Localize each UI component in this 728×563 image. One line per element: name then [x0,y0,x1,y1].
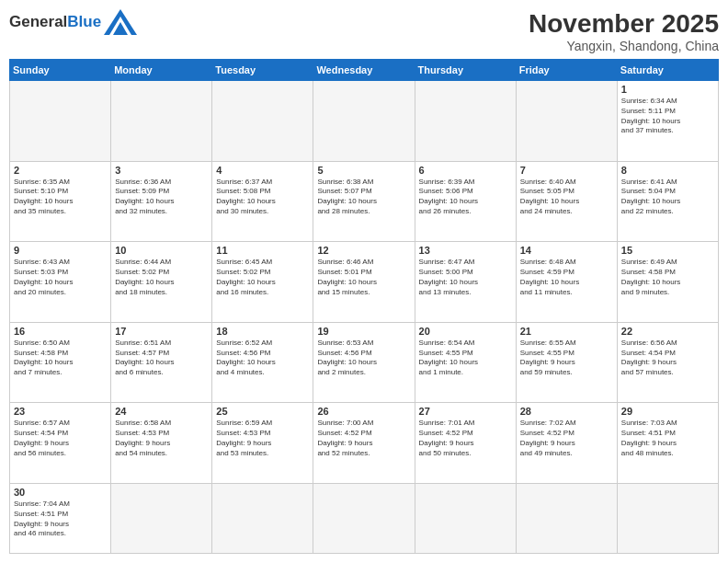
day-info-9: Sunrise: 6:43 AM Sunset: 5:03 PM Dayligh… [14,258,107,297]
day-23: 23 Sunrise: 6:57 AM Sunset: 4:54 PM Dayl… [10,403,111,484]
calendar-row-1: 1 Sunrise: 6:34 AM Sunset: 5:11 PM Dayli… [10,81,719,162]
month-title: November 2025 [529,9,719,39]
day-number-27: 27 [419,406,512,417]
day-12: 12 Sunrise: 6:46 AM Sunset: 5:01 PM Dayl… [313,242,415,323]
header-tuesday: Tuesday [212,60,313,81]
day-info-5: Sunrise: 6:38 AM Sunset: 5:07 PM Dayligh… [317,178,410,217]
day-15: 15 Sunrise: 6:49 AM Sunset: 4:58 PM Dayl… [617,242,718,323]
calendar-row-5: 23 Sunrise: 6:57 AM Sunset: 4:54 PM Dayl… [10,403,719,484]
day-number-13: 13 [419,245,512,256]
day-info-14: Sunrise: 6:48 AM Sunset: 4:59 PM Dayligh… [520,258,613,297]
empty-cell [313,483,415,553]
empty-cell [415,483,516,553]
title-block: November 2025 Yangxin, Shandong, China [529,9,719,53]
empty-cell [212,483,313,553]
day-number-5: 5 [317,165,410,176]
calendar-row-6: 30 Sunrise: 7:04 AM Sunset: 4:51 PM Dayl… [10,483,719,553]
header-monday: Monday [111,60,212,81]
day-number-2: 2 [14,165,107,176]
day-6: 6 Sunrise: 6:39 AM Sunset: 5:06 PM Dayli… [415,161,516,242]
day-info-2: Sunrise: 6:35 AM Sunset: 5:10 PM Dayligh… [14,178,107,217]
day-number-29: 29 [621,406,714,417]
day-28: 28 Sunrise: 7:02 AM Sunset: 4:52 PM Dayl… [516,403,617,484]
header-wednesday: Wednesday [313,60,415,81]
day-18: 18 Sunrise: 6:52 AM Sunset: 4:56 PM Dayl… [212,322,313,403]
day-number-8: 8 [621,165,714,176]
day-info-6: Sunrise: 6:39 AM Sunset: 5:06 PM Dayligh… [419,178,512,217]
logo-text: GeneralBlue [9,13,101,31]
day-26: 26 Sunrise: 7:00 AM Sunset: 4:52 PM Dayl… [313,403,415,484]
day-17: 17 Sunrise: 6:51 AM Sunset: 4:57 PM Dayl… [111,322,212,403]
day-number-28: 28 [520,406,613,417]
empty-cell [111,81,212,162]
day-number-7: 7 [520,165,613,176]
day-number-20: 20 [419,326,512,337]
day-number-22: 22 [621,326,714,337]
day-info-13: Sunrise: 6:47 AM Sunset: 5:00 PM Dayligh… [419,258,512,297]
day-9: 9 Sunrise: 6:43 AM Sunset: 5:03 PM Dayli… [10,242,111,323]
day-number-3: 3 [115,165,208,176]
day-10: 10 Sunrise: 6:44 AM Sunset: 5:02 PM Dayl… [111,242,212,323]
day-info-17: Sunrise: 6:51 AM Sunset: 4:57 PM Dayligh… [115,339,208,378]
day-info-20: Sunrise: 6:54 AM Sunset: 4:55 PM Dayligh… [419,339,512,378]
day-number-1: 1 [621,84,714,95]
day-info-8: Sunrise: 6:41 AM Sunset: 5:04 PM Dayligh… [621,178,714,217]
day-info-12: Sunrise: 6:46 AM Sunset: 5:01 PM Dayligh… [317,258,410,297]
empty-cell [111,483,212,553]
day-info-18: Sunrise: 6:52 AM Sunset: 4:56 PM Dayligh… [216,339,309,378]
empty-cell [10,81,111,162]
day-2: 2 Sunrise: 6:35 AM Sunset: 5:10 PM Dayli… [10,161,111,242]
day-number-19: 19 [317,326,410,337]
day-info-21: Sunrise: 6:55 AM Sunset: 4:55 PM Dayligh… [520,339,613,378]
empty-cell [516,81,617,162]
empty-cell [415,81,516,162]
day-16: 16 Sunrise: 6:50 AM Sunset: 4:58 PM Dayl… [10,322,111,403]
day-number-30: 30 [14,487,107,498]
day-19: 19 Sunrise: 6:53 AM Sunset: 4:56 PM Dayl… [313,322,415,403]
calendar-table: Sunday Monday Tuesday Wednesday Thursday… [9,59,719,554]
day-21: 21 Sunrise: 6:55 AM Sunset: 4:55 PM Dayl… [516,322,617,403]
day-29: 29 Sunrise: 7:03 AM Sunset: 4:51 PM Dayl… [617,403,718,484]
day-22: 22 Sunrise: 6:56 AM Sunset: 4:54 PM Dayl… [617,322,718,403]
header-friday: Friday [516,60,617,81]
day-info-19: Sunrise: 6:53 AM Sunset: 4:56 PM Dayligh… [317,339,410,378]
day-number-9: 9 [14,245,107,256]
day-number-15: 15 [621,245,714,256]
day-20: 20 Sunrise: 6:54 AM Sunset: 4:55 PM Dayl… [415,322,516,403]
day-info-24: Sunrise: 6:58 AM Sunset: 4:53 PM Dayligh… [115,419,208,458]
day-info-27: Sunrise: 7:01 AM Sunset: 4:52 PM Dayligh… [419,419,512,458]
calendar-row-3: 9 Sunrise: 6:43 AM Sunset: 5:03 PM Dayli… [10,242,719,323]
day-number-17: 17 [115,326,208,337]
header-thursday: Thursday [415,60,516,81]
day-24: 24 Sunrise: 6:58 AM Sunset: 4:53 PM Dayl… [111,403,212,484]
weekday-header-row: Sunday Monday Tuesday Wednesday Thursday… [10,60,719,81]
day-info-10: Sunrise: 6:44 AM Sunset: 5:02 PM Dayligh… [115,258,208,297]
day-3: 3 Sunrise: 6:36 AM Sunset: 5:09 PM Dayli… [111,161,212,242]
day-number-26: 26 [317,406,410,417]
day-number-4: 4 [216,165,309,176]
day-info-11: Sunrise: 6:45 AM Sunset: 5:02 PM Dayligh… [216,258,309,297]
day-info-4: Sunrise: 6:37 AM Sunset: 5:08 PM Dayligh… [216,178,309,217]
day-number-10: 10 [115,245,208,256]
day-5: 5 Sunrise: 6:38 AM Sunset: 5:07 PM Dayli… [313,161,415,242]
empty-cell [617,483,718,553]
day-8: 8 Sunrise: 6:41 AM Sunset: 5:04 PM Dayli… [617,161,718,242]
day-number-12: 12 [317,245,410,256]
empty-cell [212,81,313,162]
day-7: 7 Sunrise: 6:40 AM Sunset: 5:05 PM Dayli… [516,161,617,242]
day-info-29: Sunrise: 7:03 AM Sunset: 4:51 PM Dayligh… [621,419,714,458]
day-30: 30 Sunrise: 7:04 AM Sunset: 4:51 PM Dayl… [10,483,111,553]
logo-blue: Blue [67,13,101,30]
header-sunday: Sunday [10,60,111,81]
logo-general: General [9,13,67,30]
day-number-23: 23 [14,406,107,417]
empty-cell [516,483,617,553]
day-info-23: Sunrise: 6:57 AM Sunset: 4:54 PM Dayligh… [14,419,107,458]
day-info-3: Sunrise: 6:36 AM Sunset: 5:09 PM Dayligh… [115,178,208,217]
day-number-11: 11 [216,245,309,256]
day-13: 13 Sunrise: 6:47 AM Sunset: 5:00 PM Dayl… [415,242,516,323]
day-27: 27 Sunrise: 7:01 AM Sunset: 4:52 PM Dayl… [415,403,516,484]
day-info-15: Sunrise: 6:49 AM Sunset: 4:58 PM Dayligh… [621,258,714,297]
day-number-21: 21 [520,326,613,337]
logo-icon [104,9,137,35]
